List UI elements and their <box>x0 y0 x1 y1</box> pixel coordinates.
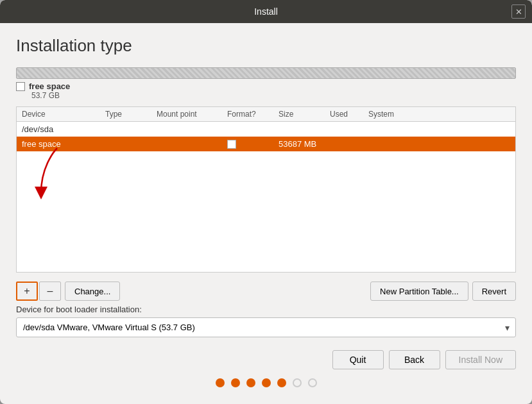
dot-4 <box>262 378 271 387</box>
window-title: Install <box>254 6 278 17</box>
bottom-buttons: Quit Back Install Now <box>16 345 516 372</box>
arrow-icon <box>35 145 80 203</box>
boot-loader-label: Device for boot loader installation: <box>16 305 516 314</box>
installer-window: Install ✕ Installation type free space 5… <box>0 0 532 404</box>
add-partition-button[interactable]: + <box>16 282 38 301</box>
dot-2 <box>231 378 240 387</box>
arrow-area <box>17 151 515 203</box>
dot-7 <box>308 378 317 387</box>
dot-6 <box>293 378 302 387</box>
partition-table: Device Type Mount point Format? Size Use… <box>16 106 516 273</box>
partition-toolbar: + – Change... New Partition Table... Rev… <box>16 278 516 305</box>
disk-checkbox[interactable] <box>16 82 25 91</box>
boot-loader-section: Device for boot loader installation: /de… <box>16 305 516 337</box>
partition-body: /dev/sda free space 53687 MB <box>17 122 515 272</box>
boot-loader-select[interactable]: /dev/sda VMware, VMware Virtual S (53.7 … <box>16 317 516 337</box>
change-partition-button[interactable]: Change... <box>65 282 120 301</box>
disk-size: 53.7 GB <box>31 91 516 100</box>
revert-button[interactable]: Revert <box>472 282 516 301</box>
new-partition-table-button[interactable]: New Partition Table... <box>370 282 468 301</box>
col-mount: Mount point <box>157 110 227 119</box>
disk-label-row: free space <box>16 81 516 91</box>
disk-bar <box>16 67 516 79</box>
titlebar: Install ✕ <box>0 0 532 23</box>
page-title: Installation type <box>16 36 516 56</box>
col-device: Device <box>22 110 105 119</box>
dot-5 <box>277 378 286 387</box>
dot-3 <box>246 378 255 387</box>
row-size: 53687 MB <box>279 139 330 149</box>
disk-name: free space <box>29 81 70 91</box>
remove-partition-button[interactable]: – <box>39 282 61 301</box>
content-area: Installation type free space 53.7 GB Dev… <box>0 23 532 404</box>
back-button[interactable]: Back <box>389 350 440 369</box>
col-size: Size <box>279 110 330 119</box>
col-used: Used <box>330 110 368 119</box>
progress-dots <box>16 372 516 391</box>
col-type: Type <box>105 110 157 119</box>
partition-header: Device Type Mount point Format? Size Use… <box>17 107 515 122</box>
device-row: /dev/sda <box>17 122 515 137</box>
close-button[interactable]: ✕ <box>511 4 526 19</box>
row-format <box>227 140 236 149</box>
disk-bar-container: free space 53.7 GB <box>16 67 516 100</box>
dot-1 <box>216 378 225 387</box>
col-format: Format? <box>227 110 279 119</box>
install-now-button[interactable]: Install Now <box>445 350 516 369</box>
table-row[interactable]: free space 53687 MB <box>17 137 515 151</box>
boot-loader-select-wrapper: /dev/sda VMware, VMware Virtual S (53.7 … <box>16 317 516 337</box>
quit-button[interactable]: Quit <box>332 350 384 369</box>
col-system: System <box>368 110 510 119</box>
